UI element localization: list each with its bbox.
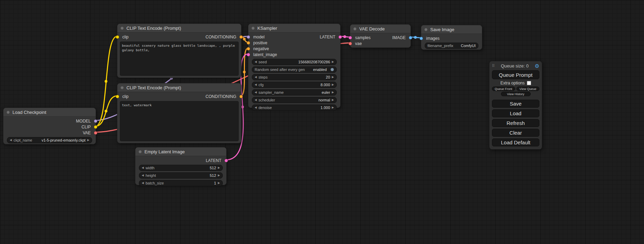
collapse-dot-icon[interactable] [424, 28, 427, 31]
widget-scheduler[interactable]: ◀ scheduler normal ▶ [252, 97, 337, 103]
widget-batch-size[interactable]: ◀ batch_size 1 ▶ [139, 180, 223, 186]
widget-value: 20 [326, 75, 330, 79]
widget-sampler-name[interactable]: ◀ sampler_name euler ▶ [252, 89, 337, 96]
next-arrow-icon[interactable]: ▶ [332, 91, 334, 94]
output-dot-image[interactable] [409, 36, 412, 39]
slot-row: images [421, 35, 482, 41]
input-dot-images[interactable] [420, 37, 423, 40]
next-arrow-icon[interactable]: ▶ [218, 166, 220, 169]
next-arrow-icon[interactable]: ▶ [332, 61, 334, 63]
refresh-button[interactable]: Refresh [492, 119, 539, 127]
save-button[interactable]: Save [492, 100, 539, 108]
node-save-image[interactable]: Save Image images filename_prefix ComfyU… [421, 25, 482, 50]
toggle-knob-icon[interactable] [330, 68, 334, 71]
widget-steps[interactable]: ◀ steps 20 ▶ [252, 74, 337, 80]
collapse-dot-icon[interactable] [7, 111, 10, 114]
negative-prompt-textarea[interactable]: text, watermark [120, 101, 239, 141]
queue-prompt-button[interactable]: Queue Prompt [492, 70, 539, 79]
prev-arrow-icon[interactable]: ◀ [142, 174, 144, 177]
prev-arrow-icon[interactable]: ◀ [142, 166, 144, 169]
extra-options-label: Extra options [500, 81, 524, 85]
next-arrow-icon[interactable]: ▶ [218, 182, 220, 184]
input-dot-negative[interactable] [247, 47, 250, 51]
prev-arrow-icon[interactable]: ◀ [255, 91, 257, 94]
widget-name: denoise [258, 106, 272, 110]
output-dot-latent[interactable] [224, 159, 228, 162]
next-arrow-icon[interactable]: ▶ [87, 139, 89, 142]
output-dot-vae[interactable] [94, 131, 97, 135]
next-arrow-icon[interactable]: ▶ [332, 99, 334, 101]
positive-prompt-textarea[interactable]: beautiful scenery nature glass bottle la… [120, 42, 239, 76]
node-clip-text-encode-positive[interactable]: CLIP Text Encode (Prompt) clip CONDITION… [117, 24, 241, 78]
node-title-bar[interactable]: Save Image [421, 25, 482, 34]
node-title-bar[interactable]: VAE Decode [350, 25, 411, 33]
output-dot-conditioning[interactable] [239, 95, 243, 98]
node-title-bar[interactable]: CLIP Text Encode (Prompt) [117, 83, 241, 92]
queue-front-button[interactable]: Queue Front [492, 87, 515, 91]
prev-arrow-icon[interactable]: ◀ [255, 106, 257, 109]
extra-options-checkbox[interactable] [527, 81, 531, 85]
output-label-clip: CLIP [81, 125, 91, 129]
node-title-bar[interactable]: KSampler [248, 24, 340, 33]
widget-name: batch_size [145, 181, 164, 185]
widget-width[interactable]: ◀ width 512 ▶ [139, 165, 223, 171]
input-dot-clip[interactable] [116, 35, 119, 39]
node-empty-latent-image[interactable]: Empty Latent Image LATENT ◀ width 512 ▶ … [135, 147, 227, 185]
widget-ckpt-name[interactable]: ◀ ckpt_name v1-5-pruned-emaonly.ckpt ▶ [7, 137, 92, 143]
output-dot-clip[interactable] [94, 125, 97, 129]
history-row: View History [492, 92, 539, 96]
node-vae-decode[interactable]: VAE Decode samples IMAGE vae [350, 24, 411, 48]
collapse-dot-icon[interactable] [353, 27, 356, 30]
next-arrow-icon[interactable]: ▶ [332, 83, 334, 86]
output-dot-conditioning[interactable] [239, 35, 243, 39]
view-history-button[interactable]: View History [501, 92, 531, 96]
collapse-dot-icon[interactable] [139, 150, 142, 153]
output-slot-vae: VAE [3, 130, 96, 136]
load-button[interactable]: Load [492, 109, 539, 117]
prev-arrow-icon[interactable]: ◀ [255, 99, 257, 101]
widget-denoise[interactable]: ◀ denoise 1.000 ▶ [252, 105, 337, 111]
output-dot-model[interactable] [94, 119, 97, 123]
output-dot-latent[interactable] [338, 35, 342, 39]
settings-gear-icon[interactable]: ⚙ [535, 63, 539, 69]
view-queue-button[interactable]: View Queue [517, 87, 540, 91]
input-dot-model[interactable] [247, 35, 250, 39]
input-label-positive: positive [253, 40, 267, 45]
input-dot-clip[interactable] [116, 95, 119, 98]
widget-height[interactable]: ◀ height 512 ▶ [139, 172, 223, 179]
widget-seed[interactable]: ◀ seed 156680208700286 ▶ [252, 59, 337, 65]
node-title: Empty Latent Image [144, 149, 185, 154]
node-ksampler[interactable]: KSampler model LATENT positive negative … [248, 24, 341, 108]
input-dot-positive[interactable] [247, 41, 250, 45]
load-default-button[interactable]: Load Default [492, 138, 539, 146]
widget-cfg[interactable]: ◀ cfg 8.000 ▶ [252, 82, 337, 88]
panel-drag-handle-icon[interactable]: ⠿ [492, 64, 495, 68]
prev-arrow-icon[interactable]: ◀ [10, 139, 12, 142]
collapse-dot-icon[interactable] [121, 86, 124, 89]
input-label-images: images [426, 36, 440, 41]
widget-random-seed-toggle[interactable]: Random seed after every gen enabled [252, 66, 337, 73]
input-dot-vae[interactable] [349, 42, 352, 45]
node-title-bar[interactable]: Load Checkpoint [3, 108, 96, 117]
node-title-bar[interactable]: CLIP Text Encode (Prompt) [117, 24, 241, 33]
prev-arrow-icon[interactable]: ◀ [142, 182, 144, 184]
next-arrow-icon[interactable]: ▶ [332, 76, 334, 79]
link-dot-image [414, 36, 417, 39]
input-dot-samples[interactable] [349, 36, 352, 39]
widget-filename-prefix[interactable]: filename_prefix ComfyUI [425, 43, 478, 49]
node-clip-text-encode-negative[interactable]: CLIP Text Encode (Prompt) clip CONDITION… [117, 83, 241, 143]
node-load-checkpoint[interactable]: Load Checkpoint MODEL CLIP VAE ◀ ckpt_na… [3, 108, 96, 144]
next-arrow-icon[interactable]: ▶ [218, 174, 220, 177]
input-dot-latent-image[interactable] [247, 53, 250, 56]
prev-arrow-icon[interactable]: ◀ [255, 61, 257, 63]
node-title: KSampler [257, 26, 277, 31]
prev-arrow-icon[interactable]: ◀ [255, 83, 257, 86]
node-graph-canvas[interactable]: Load Checkpoint MODEL CLIP VAE ◀ ckpt_na… [0, 0, 644, 244]
collapse-dot-icon[interactable] [121, 27, 124, 30]
collapse-dot-icon[interactable] [252, 27, 255, 30]
widget-name: steps [258, 75, 267, 79]
prev-arrow-icon[interactable]: ◀ [255, 76, 257, 79]
next-arrow-icon[interactable]: ▶ [332, 106, 334, 109]
node-title-bar[interactable]: Empty Latent Image [135, 147, 226, 156]
clear-button[interactable]: Clear [492, 129, 539, 137]
